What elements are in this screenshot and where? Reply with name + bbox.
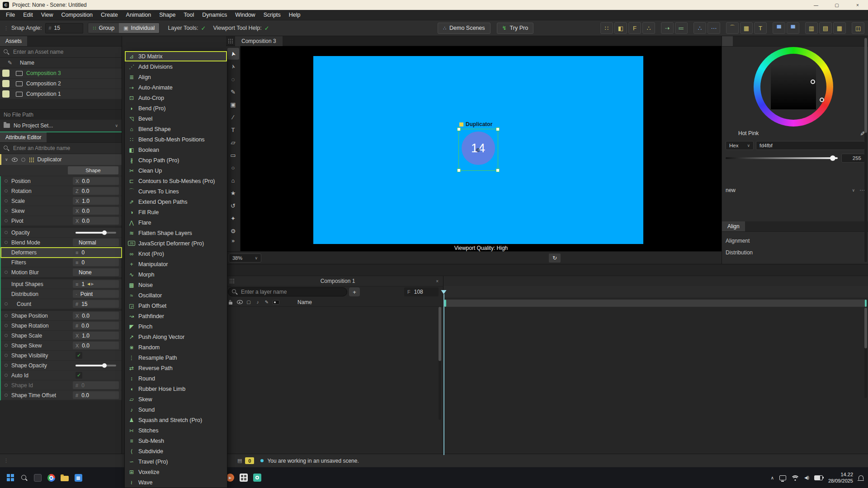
- attr-row-skew[interactable]: SkewX0.0: [1, 206, 122, 216]
- notifications-icon[interactable]: [859, 475, 863, 480]
- camera-icon[interactable]: ◫: [852, 22, 864, 34]
- menu-item-blend-sub-mesh-positions[interactable]: ∷Blend Sub-Mesh Positions: [125, 134, 227, 145]
- dots-row-icon[interactable]: ⋯: [708, 22, 720, 34]
- menu-dynamics[interactable]: Dynamics: [198, 12, 231, 18]
- color-wheel[interactable]: [754, 47, 833, 127]
- visibility-eye-icon[interactable]: [12, 158, 18, 162]
- menu-item-sub-mesh[interactable]: ≡Sub-Mesh: [125, 436, 227, 446]
- chrome-icon[interactable]: [44, 469, 58, 486]
- menu-item-align[interactable]: ≣Align: [125, 72, 227, 82]
- attr-row-blend-mode[interactable]: Blend ModeNormal: [1, 238, 122, 248]
- asset-search-input[interactable]: [12, 48, 118, 56]
- menu-item-3d-matrix[interactable]: ⊿3D Matrix: [125, 51, 227, 61]
- swatch-group-row[interactable]: new ∨ ⋯: [726, 187, 865, 193]
- ellipse-tool[interactable]: ○: [227, 162, 239, 174]
- timeline-ruler[interactable]: [443, 286, 868, 298]
- console-icon[interactable]: ▤: [237, 458, 242, 464]
- text-pin-icon[interactable]: T: [754, 22, 767, 34]
- menu-item-voxelize[interactable]: ⊞Voxelize: [125, 467, 227, 477]
- value-field[interactable]: #0.0: [73, 391, 119, 399]
- try-pro-button[interactable]: ↯ Try Pro: [497, 23, 534, 34]
- taskbar-search-icon[interactable]: [17, 469, 31, 486]
- menu-item-bend-pro-[interactable]: ◗Bend (Pro): [125, 103, 227, 113]
- menu-item-pinch[interactable]: ◤Pinch: [125, 321, 227, 332]
- asset-color-swatch[interactable]: [2, 90, 9, 98]
- individual-button[interactable]: ▣ Individual: [119, 23, 159, 33]
- attr-row-auto-id[interactable]: Auto Id✓: [1, 371, 122, 380]
- columns-icon[interactable]: ▥: [805, 22, 818, 34]
- value-field[interactable]: #0: [73, 381, 119, 389]
- menu-edit[interactable]: Edit: [19, 12, 37, 18]
- header-row-b-icon[interactable]: ▀: [787, 22, 799, 34]
- microsoft-store-icon[interactable]: ▦: [71, 469, 85, 486]
- text-tool[interactable]: T: [227, 124, 239, 136]
- menu-item-blend-shape[interactable]: ⌂Blend Shape: [125, 124, 227, 134]
- menu-file[interactable]: File: [2, 12, 19, 18]
- value-field[interactable]: X0.0: [73, 342, 119, 349]
- table-icon[interactable]: ▦: [740, 22, 753, 34]
- value-field[interactable]: ≡1◀ ▶: [73, 280, 119, 288]
- spiral-tool[interactable]: ↺: [227, 200, 239, 211]
- collapse-chevron-icon[interactable]: ∨: [5, 157, 8, 162]
- selection-handle[interactable]: [496, 169, 500, 172]
- menu-item-stitches[interactable]: ∺Stitches: [125, 425, 227, 436]
- menu-item-clean-up[interactable]: ✂Clean Up: [125, 165, 227, 176]
- menu-animation[interactable]: Animation: [122, 12, 156, 18]
- solo-circle-icon[interactable]: [21, 158, 25, 162]
- volume-icon[interactable]: ◀)): [804, 475, 809, 480]
- menu-shape[interactable]: Shape: [155, 12, 179, 18]
- pivot-point-icon[interactable]: ⊕: [476, 146, 481, 153]
- align-tool-icon[interactable]: ≔: [675, 22, 688, 34]
- auto-animate-icon[interactable]: ⇢: [661, 22, 674, 34]
- menu-item-auto-crop[interactable]: ⊡Auto-Crop: [125, 93, 227, 103]
- value-field[interactable]: ·Point: [73, 290, 119, 298]
- menu-item-chop-path-pro-[interactable]: ∦Chop Path (Pro): [125, 155, 227, 165]
- menu-composition[interactable]: Composition: [57, 12, 97, 18]
- attr-row-shape-visibility[interactable]: Shape Visibility✓: [1, 351, 122, 361]
- group-button[interactable]: ∷ Group: [88, 23, 119, 33]
- attr-row-filters[interactable]: Filters≡0: [1, 258, 122, 267]
- tab-assets[interactable]: Assets: [0, 36, 27, 46]
- project-set-dropdown[interactable]: No Project Set... ∨: [0, 120, 122, 131]
- menu-item-random[interactable]: ⋇Random: [125, 342, 227, 352]
- cluster-icon[interactable]: ∴: [693, 22, 706, 34]
- menu-item-oscillator[interactable]: ≈Oscillator: [125, 290, 227, 300]
- display-tray-icon[interactable]: [779, 475, 786, 480]
- arc-icon[interactable]: ⌒: [726, 22, 739, 34]
- menu-help[interactable]: Help: [285, 12, 305, 18]
- attr-row-shape-skew[interactable]: Shape SkewX0.0: [1, 341, 122, 351]
- menu-item-wave[interactable]: ≀Wave: [125, 477, 227, 488]
- menu-create[interactable]: Create: [97, 12, 122, 18]
- layer-tools-check-icon[interactable]: ✓: [201, 25, 206, 32]
- value-field[interactable]: ≡0: [73, 249, 119, 256]
- tray-expand-icon[interactable]: ∧: [771, 475, 774, 480]
- value-field[interactable]: X0.0: [73, 217, 119, 225]
- attribute-search-input[interactable]: [12, 145, 118, 152]
- hex-value-input[interactable]: fd4fbf: [756, 141, 865, 150]
- demo-scenes-button[interactable]: ∴ Demo Scenes: [438, 23, 491, 34]
- attr-row-pivot[interactable]: PivotX0.0: [1, 216, 122, 226]
- slider[interactable]: [73, 361, 119, 369]
- menu-tool[interactable]: Tool: [179, 12, 198, 18]
- attr-row-shape-time-offset[interactable]: Shape Time Offset#0.0: [1, 390, 122, 400]
- attr-row-shape-opacity[interactable]: Shape Opacity: [1, 361, 122, 371]
- toolstrip-expand-icon[interactable]: »: [231, 238, 235, 244]
- menu-scripts[interactable]: Scripts: [259, 12, 285, 18]
- cells-icon[interactable]: ▦: [833, 22, 846, 34]
- menu-item-manipulator[interactable]: +Manipulator: [125, 259, 227, 269]
- wifi-icon[interactable]: [792, 475, 799, 480]
- value-field[interactable]: Normal: [73, 239, 119, 246]
- menu-item-javascript-deformer-pro-[interactable]: JSJavaScript Deformer (Pro): [125, 238, 227, 249]
- tab-attribute-editor[interactable]: Attribute Editor: [0, 132, 47, 142]
- menu-item-round[interactable]: ↕Round: [125, 373, 227, 384]
- tab-add-layers[interactable]: [733, 36, 744, 46]
- asset-row[interactable]: Composition 1: [0, 89, 122, 99]
- asset-row[interactable]: Composition 3: [0, 68, 122, 79]
- value-field[interactable]: X0.0: [73, 312, 119, 319]
- menu-item-fill-rule[interactable]: ◑Fill Rule: [125, 207, 227, 217]
- attr-row-rotation[interactable]: RotationZ0.0: [1, 186, 122, 196]
- panel-scrollbar[interactable]: [864, 38, 867, 262]
- rectangle-tool[interactable]: ▭: [227, 149, 239, 161]
- camera-tool[interactable]: ▣: [227, 99, 239, 110]
- saturation-value-picker[interactable]: [771, 64, 816, 109]
